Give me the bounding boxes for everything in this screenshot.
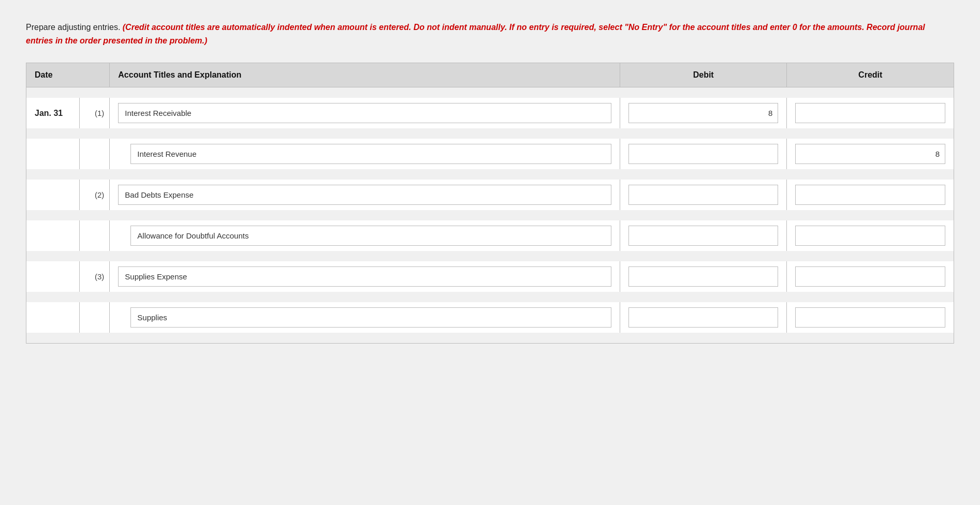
cell-date — [26, 180, 80, 210]
table-row: Jan. 31(1) — [26, 98, 954, 128]
cell-entry-num: (3) — [79, 261, 110, 292]
cell-entry-num — [79, 302, 110, 333]
instructions-block: Prepare adjusting entries. (Credit accou… — [26, 21, 954, 47]
cell-account[interactable] — [110, 98, 620, 128]
cell-credit[interactable] — [787, 98, 954, 128]
cell-credit[interactable] — [787, 180, 954, 210]
debit-input[interactable] — [628, 307, 779, 328]
cell-debit[interactable] — [620, 302, 787, 333]
debit-input[interactable] — [628, 185, 779, 205]
credit-input[interactable] — [795, 103, 945, 123]
cell-debit[interactable] — [620, 180, 787, 210]
credit-input[interactable] — [795, 307, 945, 328]
table-header-row: Date Account Titles and Explanation Debi… — [26, 63, 954, 87]
cell-debit[interactable] — [620, 98, 787, 128]
cell-debit[interactable] — [620, 139, 787, 169]
account-input[interactable] — [118, 185, 611, 205]
credit-input[interactable] — [795, 266, 945, 287]
cell-date — [26, 302, 80, 333]
cell-account[interactable] — [110, 220, 620, 251]
cell-debit[interactable] — [620, 220, 787, 251]
table-row — [26, 139, 954, 169]
cell-entry-num — [79, 220, 110, 251]
table-row — [26, 302, 954, 333]
account-input[interactable] — [118, 103, 611, 123]
account-input[interactable] — [130, 307, 611, 328]
credit-input[interactable] — [795, 144, 945, 164]
debit-input[interactable] — [628, 144, 779, 164]
cell-credit[interactable] — [787, 261, 954, 292]
header-debit: Debit — [620, 63, 787, 87]
header-account: Account Titles and Explanation — [110, 63, 620, 87]
cell-date — [26, 261, 80, 292]
debit-input[interactable] — [628, 226, 779, 246]
cell-account[interactable] — [110, 139, 620, 169]
cell-account[interactable] — [110, 261, 620, 292]
account-input[interactable] — [118, 266, 611, 287]
table-row: (3) — [26, 261, 954, 292]
cell-credit[interactable] — [787, 302, 954, 333]
instructions-red: (Credit account titles are automatically… — [26, 23, 925, 45]
header-date: Date — [26, 63, 110, 87]
instructions-plain: Prepare adjusting entries. — [26, 23, 120, 32]
account-input[interactable] — [130, 226, 611, 246]
cell-date: Jan. 31 — [26, 98, 80, 128]
table-row: (2) — [26, 180, 954, 210]
credit-input[interactable] — [795, 226, 945, 246]
cell-entry-num: (1) — [79, 98, 110, 128]
account-input[interactable] — [130, 144, 611, 164]
cell-debit[interactable] — [620, 261, 787, 292]
table-row — [26, 220, 954, 251]
cell-entry-num: (2) — [79, 180, 110, 210]
cell-date — [26, 220, 80, 251]
credit-input[interactable] — [795, 185, 945, 205]
cell-account[interactable] — [110, 302, 620, 333]
cell-entry-num — [79, 139, 110, 169]
cell-date — [26, 139, 80, 169]
header-credit: Credit — [787, 63, 954, 87]
debit-input[interactable] — [628, 103, 779, 123]
journal-table: Date Account Titles and Explanation Debi… — [26, 63, 954, 344]
cell-credit[interactable] — [787, 139, 954, 169]
debit-input[interactable] — [628, 266, 779, 287]
cell-account[interactable] — [110, 180, 620, 210]
cell-credit[interactable] — [787, 220, 954, 251]
